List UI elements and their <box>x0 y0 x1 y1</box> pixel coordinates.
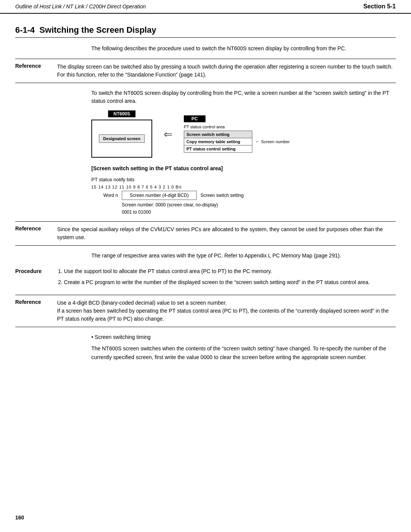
word-n-label: Word n <box>91 193 122 198</box>
procedure-block: Procedure Use the support tool to alloca… <box>15 265 396 292</box>
pc-row-pt-status: PT status control setting <box>184 145 252 152</box>
designated-screen-box: Designated screen <box>99 134 145 143</box>
screen-switch-setting-label: Screen switch setting <box>201 193 244 198</box>
para-2: To switch the NT600S screen display by c… <box>91 89 396 105</box>
reference-block-1: Reference The display screen can be swit… <box>15 59 396 83</box>
screen-number-indicator: ← Screen number <box>255 139 290 144</box>
section-title: 6-1-4 Switching the Screen Display <box>15 25 396 38</box>
nt600s-screen: Designated screen <box>91 120 152 158</box>
pc-label: PC <box>184 115 206 122</box>
pt-notify-section: PT status notify bits 15 14 13 12 11 10 … <box>91 177 396 216</box>
page-container: Outline of Host Link / NT Link / C200H D… <box>0 0 411 532</box>
reference-block-2: Reference Since the special auxiliary re… <box>15 221 396 246</box>
bit-numbers-row: 15 14 13 12 11 10 9 8 7 6 5 4 3 2 1 0 Bi… <box>91 185 396 189</box>
pc-section: PC PT status control area Screen switch … <box>184 115 290 153</box>
pc-row-screen-switch: Screen switch setting <box>184 131 252 138</box>
procedure-content: Use the support tool to allocate the PT … <box>57 267 396 289</box>
bullet-paragraph: The NT600S screen switches when the cont… <box>91 344 396 361</box>
page-number: 160 <box>15 514 24 521</box>
nt600s-label: NT600S <box>108 110 135 117</box>
reference-label-3: Reference <box>15 299 57 323</box>
reference-content-1: The display screen can be switched also … <box>57 63 396 79</box>
screen-number-box: Screen number (4-digit BCD) <box>122 191 197 200</box>
pt-status-control-area-label: PT status control area <box>184 125 225 129</box>
pc-table-row-1: Screen switch setting Copy memory table … <box>184 131 290 153</box>
switch-title: [Screen switch setting in the PT status … <box>91 165 396 171</box>
header-section: Section 5-1 <box>363 3 396 10</box>
switch-section: [Screen switch setting in the PT status … <box>91 165 396 171</box>
pc-row-copy-memory: Copy memory table setting <box>184 138 252 145</box>
header-title-left: Outline of Host Link / NT Link / C200H D… <box>15 3 146 10</box>
bullet-section: • Screen switching timing The NT600S scr… <box>91 333 396 361</box>
page-content: 6-1-4 Switching the Screen Display The f… <box>0 14 411 377</box>
screen-number-notes: Screen number: 0000 (screen clear, no-di… <box>122 201 396 216</box>
procedure-step-2: Create a PC program to write the number … <box>64 278 396 286</box>
nt600s-section: NT600S Designated screen <box>91 110 152 158</box>
reference-content-2: Since the special auxiliary relays of th… <box>57 225 396 241</box>
page-header: Outline of Host Link / NT Link / C200H D… <box>0 0 411 14</box>
reference-label-2: Reference <box>15 225 57 241</box>
screen-note-1: Screen number: 0000 (screen clear, no-di… <box>122 201 396 209</box>
word-n-row: Word n Screen number (4-digit BCD) Scree… <box>91 191 396 200</box>
procedure-list: Use the support tool to allocate the PT … <box>57 267 396 286</box>
procedure-label: Procedure <box>15 267 57 289</box>
reference-block-3: Reference Use a 4-digit BCD (binary-code… <box>15 295 396 327</box>
para-3: The range of respective area varies with… <box>91 252 396 260</box>
pt-notify-label: PT status notify bits <box>91 177 396 182</box>
diagram-area: NT600S Designated screen ⇐ PC PT status … <box>91 110 396 158</box>
reference-label-1: Reference <box>15 63 57 79</box>
intro-paragraph: The following describes the procedure us… <box>91 45 396 53</box>
reference-content-3: Use a 4-digit BCD (binary-coded decimal)… <box>57 299 396 323</box>
pc-controls-table: Screen switch setting Copy memory table … <box>184 131 252 153</box>
procedure-step-1: Use the support tool to allocate the PT … <box>64 267 396 275</box>
bullet-title: • Screen switching timing <box>91 333 396 341</box>
arrow-icon: ⇐ <box>164 128 172 141</box>
screen-note-2: 0001 to 01000 <box>122 209 396 216</box>
